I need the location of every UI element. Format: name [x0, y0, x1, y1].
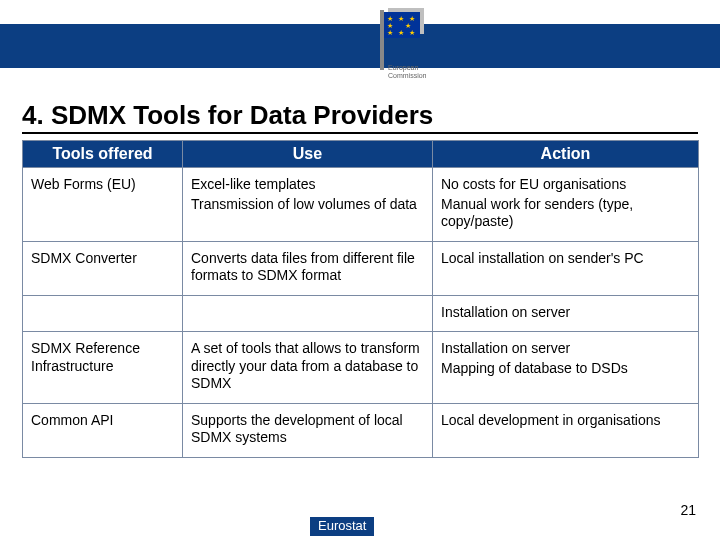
cell-use: Excel-like templatesTransmission of low … [183, 168, 433, 242]
tools-table: Tools offered Use Action Web Forms (EU)E… [22, 140, 699, 458]
cell-use: Converts data files from different file … [183, 241, 433, 295]
cell-action: Installation on server [433, 295, 699, 332]
table-row: Web Forms (EU)Excel-like templatesTransm… [23, 168, 699, 242]
table-body: Web Forms (EU)Excel-like templatesTransm… [23, 168, 699, 458]
cell-tool-name [23, 295, 183, 332]
cell-use: Supports the development of local SDMX s… [183, 403, 433, 457]
footer-eurostat: Eurostat [310, 517, 374, 536]
cell-use: A set of tools that allows to transform … [183, 332, 433, 404]
col-use: Use [183, 141, 433, 168]
cell-tool-name: Web Forms (EU) [23, 168, 183, 242]
cell-tool-name: SDMX Converter [23, 241, 183, 295]
col-action: Action [433, 141, 699, 168]
table-header-row: Tools offered Use Action [23, 141, 699, 168]
eu-flag-icon: ★ ★ ★★ ★★ ★ ★ [384, 12, 420, 38]
table-row: Installation on server [23, 295, 699, 332]
cell-use [183, 295, 433, 332]
table-row: SDMX ConverterConverts data files from d… [23, 241, 699, 295]
cell-tool-name: SDMX Reference Infrastructure [23, 332, 183, 404]
col-tools: Tools offered [23, 141, 183, 168]
title-underline [22, 132, 698, 134]
cell-action: No costs for EU organisationsManual work… [433, 168, 699, 242]
slide-title: 4. SDMX Tools for Data Providers [22, 100, 433, 131]
table-row: Common APISupports the development of lo… [23, 403, 699, 457]
cell-action: Installation on serverMapping of databas… [433, 332, 699, 404]
cell-action: Local development in organisations [433, 403, 699, 457]
cell-tool-name: Common API [23, 403, 183, 457]
ec-logo: ★ ★ ★★ ★★ ★ ★ European Commission [336, 8, 428, 86]
page-number: 21 [680, 502, 696, 518]
logo-caption: European Commission [388, 64, 427, 79]
cell-action: Local installation on sender's PC [433, 241, 699, 295]
table-row: SDMX Reference InfrastructureA set of to… [23, 332, 699, 404]
